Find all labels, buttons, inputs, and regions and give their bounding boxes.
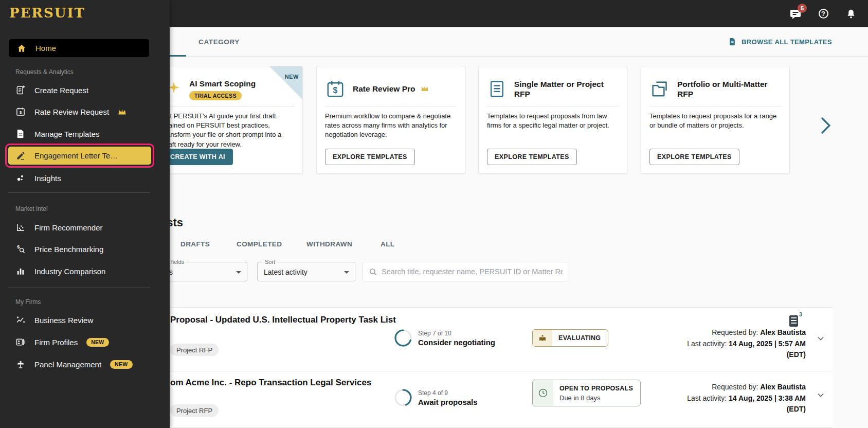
search-input[interactable]	[363, 262, 568, 281]
status-badge-evaluating: EVALUATING	[532, 329, 608, 347]
help-icon: ?	[819, 9, 828, 19]
sidebar-item-price-benchmarking[interactable]: $ Price Benchmarking	[15, 244, 103, 254]
chat-button[interactable]: 5	[789, 7, 802, 21]
sidebar-item-firm-recommender[interactable]: Firm Recommender	[15, 222, 103, 233]
card-description: Templates to request proposals for a ran…	[649, 112, 782, 130]
requests-tab-drafts[interactable]: DRAFTS	[180, 240, 210, 248]
explore-templates-button[interactable]: EXPLORE TEMPLATES	[487, 149, 577, 165]
sidebar-item-firm-profiles[interactable]: Firm Profiles NEW	[15, 337, 109, 347]
tab-category-label: CATEGORY	[198, 38, 240, 46]
sidebar-item-label: Firm Profiles	[34, 338, 78, 347]
card-ai-smart-scoping: NEW AI Smart Scoping TRIAL ACCESS Let PE…	[154, 66, 303, 174]
persuit-logo: PERSUIT	[9, 5, 85, 21]
sidebar-item-label: Insights	[34, 174, 61, 183]
card-description: Templates to request proposals from law …	[487, 112, 620, 130]
step-count: Step 4 of 9	[418, 389, 478, 397]
home-icon	[16, 43, 27, 53]
request-meta: Requested by: Alex Bautista Last activit…	[687, 327, 806, 361]
request-title: om Acme Inc. - Repo Transaction Legal Se…	[170, 378, 371, 388]
requester-name: Alex Bautista	[760, 383, 806, 391]
new-badge: NEW	[110, 360, 132, 369]
sort-select[interactable]: Sort Latest activity	[257, 262, 355, 281]
insights-icon	[15, 173, 26, 183]
last-activity: 14 Aug, 2025 | 3:38 AM	[729, 394, 806, 402]
requester-name: Alex Bautista	[760, 328, 806, 336]
explore-templates-button[interactable]: EXPLORE TEMPLATES	[649, 149, 739, 165]
carousel-next-button[interactable]	[817, 115, 835, 136]
sidebar-item-label: Panel Management	[34, 360, 101, 369]
section-title-market-intel: Market Intel	[15, 205, 48, 212]
request-title: Proposal - Updated U.S. Intellectual Pro…	[170, 315, 396, 325]
crown-icon	[421, 85, 429, 92]
requests-tab-withdrawn[interactable]: WITHDRAWN	[306, 240, 352, 248]
sidebar-item-business-review[interactable]: Business Review	[15, 315, 93, 325]
sidebar-item-label: Price Benchmarking	[34, 245, 103, 254]
timezone: (EDT)	[787, 405, 806, 413]
svg-text:$: $	[20, 110, 22, 115]
browse-all-templates-button[interactable]: BROWSE ALL TEMPLATES	[728, 27, 832, 56]
tab-category[interactable]: CATEGORY	[197, 27, 241, 56]
sidebar-item-engagement-letter-templates[interactable]: Engagement Letter Te…	[8, 147, 151, 165]
step-status: Consider negotiating	[418, 338, 495, 347]
chat-unread-badge: 5	[798, 4, 807, 13]
sidebar-item-manage-templates[interactable]: Manage Templates	[15, 129, 99, 139]
card-portfolio-rfp: Portfolio or Multi-Matter RFP Templates …	[641, 66, 790, 174]
sidebar-item-label: Engagement Letter Te…	[34, 151, 118, 160]
price-benchmarking-icon: $	[15, 244, 26, 254]
bell-icon	[845, 8, 857, 20]
chevron-down-icon	[344, 271, 349, 274]
request-row[interactable]: om Acme Inc. - Repo Transaction Legal Se…	[154, 371, 833, 428]
card-title: Single Matter or Project RFP	[514, 79, 619, 99]
section-title-requests-analytics: Requests & Analytics	[15, 68, 74, 76]
business-review-icon	[15, 315, 26, 325]
sort-value: Latest activity	[264, 262, 308, 282]
clock-icon	[538, 388, 548, 398]
request-row[interactable]: Proposal - Updated U.S. Intellectual Pro…	[154, 308, 833, 371]
expand-row-button[interactable]	[816, 390, 826, 402]
sidebar-item-home[interactable]: Home	[9, 39, 149, 57]
expand-row-button[interactable]	[816, 333, 826, 346]
divider	[325, 106, 457, 106]
help-button[interactable]: ?	[817, 7, 830, 21]
sidebar-item-insights[interactable]: Insights	[15, 173, 61, 183]
card-rate-review-pro: $ Rate Review Pro Premium workflow to co…	[316, 66, 465, 174]
proposals-count-icon[interactable]: 3	[789, 315, 798, 327]
trial-access-badge: TRIAL ACCESS	[189, 91, 242, 100]
chevron-down-icon	[236, 271, 241, 274]
svg-text:$: $	[17, 244, 20, 249]
sidebar-item-label: Create Request	[34, 86, 88, 95]
requests-tab-completed[interactable]: COMPLETED	[237, 240, 282, 248]
crown-icon	[118, 109, 126, 115]
document-lines-icon	[487, 79, 507, 99]
card-title: Portfolio or Multi-Matter RFP	[677, 79, 775, 99]
requests-tab-all[interactable]: ALL	[381, 240, 394, 248]
status-badge-open: OPEN TO PROPOSALS Due in 8 days	[532, 380, 641, 406]
sidebar-item-rate-review-request[interactable]: $ Rate Review Request	[15, 106, 126, 117]
new-badge: NEW	[86, 338, 109, 347]
sidebar-item-industry-comparison[interactable]: Industry Comparison	[15, 266, 105, 276]
engagement-letter-icon	[15, 151, 26, 161]
svg-text:$: $	[333, 86, 338, 95]
progress-ring	[393, 388, 413, 407]
status-label: EVALUATING	[558, 334, 601, 342]
calendar-dollar-icon: $	[325, 79, 346, 99]
sidebar-item-label: Home	[35, 44, 56, 52]
divider	[649, 106, 781, 106]
explore-templates-button[interactable]: EXPLORE TEMPLATES	[325, 149, 415, 165]
sidebar-item-panel-management[interactable]: Panel Management NEW	[15, 359, 133, 369]
notifications-button[interactable]	[844, 7, 858, 21]
evaluating-icon	[538, 333, 547, 343]
status-label: OPEN TO PROPOSALS	[559, 385, 633, 392]
sidebar-item-label: Industry Comparison	[34, 267, 105, 276]
chevron-down-icon	[816, 390, 826, 400]
request-type-chip: Project RFP	[170, 404, 219, 417]
progress-ring	[393, 328, 413, 348]
card-title: AI Smart Scoping	[189, 79, 256, 88]
create-with-ai-button[interactable]: CREATE WITH AI	[162, 149, 233, 165]
sidebar-item-create-request[interactable]: Create Request	[15, 85, 88, 95]
requests-search	[363, 262, 568, 281]
card-single-matter-rfp: Single Matter or Project RFP Templates t…	[478, 66, 627, 174]
divider	[8, 192, 150, 193]
status-due: Due in 8 days	[559, 394, 633, 402]
last-activity: 14 Aug, 2025 | 5:57 AM	[729, 340, 806, 348]
